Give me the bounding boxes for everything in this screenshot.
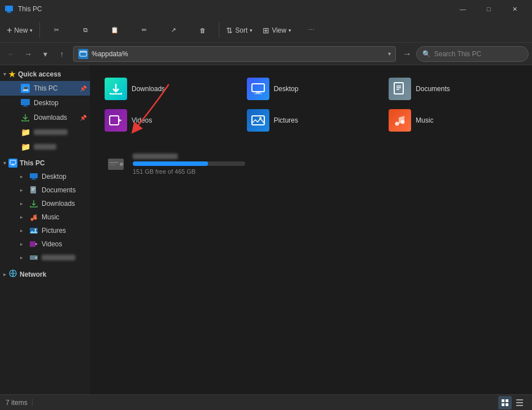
sort-dropdown-icon: ▾ xyxy=(250,28,253,33)
this-pc-section-icon xyxy=(8,159,17,168)
svg-rect-14 xyxy=(30,186,36,193)
svg-point-39 xyxy=(259,117,262,119)
sort-label: Sort xyxy=(235,26,247,34)
svg-marker-37 xyxy=(119,119,122,122)
svg-rect-5 xyxy=(21,99,30,105)
svg-rect-2 xyxy=(6,12,12,13)
svg-rect-8 xyxy=(10,160,16,164)
this-pc-section-header[interactable]: ▾ This PC xyxy=(0,156,90,170)
network-header[interactable]: ▸ Network xyxy=(0,267,90,282)
address-icon xyxy=(78,49,88,59)
quick-access-section: ▾ ★ Quick access 💻 This PC 📌 xyxy=(0,67,90,154)
content-area: Downloads Desktop xyxy=(90,65,532,394)
docs-label: Documents xyxy=(42,186,76,194)
sidebar-item-videos[interactable]: ▸ Videos xyxy=(0,237,90,251)
sidebar-item-music[interactable]: ▸ Music xyxy=(0,210,90,224)
folder-item-music[interactable]: Music xyxy=(383,106,523,135)
maximize-button[interactable]: □ xyxy=(476,0,502,18)
view-button[interactable]: ⊞ View ▾ xyxy=(258,20,296,40)
pics-label: Pictures xyxy=(42,227,66,235)
folder-item-videos[interactable]: Videos xyxy=(99,106,239,135)
sidebar-item-this-pc[interactable]: 💻 This PC 📌 xyxy=(0,81,90,96)
paste-icon: 📋 xyxy=(111,26,119,34)
forward-button[interactable]: → xyxy=(20,46,36,62)
folders-section: Downloads Desktop xyxy=(99,74,523,135)
share-button[interactable]: ↗ xyxy=(159,20,187,40)
grid-view-button[interactable] xyxy=(498,396,512,409)
view-icon: ⊞ xyxy=(263,26,269,35)
address-text: %appdata% xyxy=(92,50,388,58)
rename-button[interactable]: ✏ xyxy=(130,20,158,40)
svg-rect-17 xyxy=(31,190,34,191)
desktop-sub-label: Desktop xyxy=(42,173,66,181)
address-go-button[interactable]: → xyxy=(399,46,415,62)
sidebar-item-documents[interactable]: ▸ Documents xyxy=(0,183,90,197)
close-button[interactable]: ✕ xyxy=(502,0,528,18)
drive-c-name-blurred xyxy=(133,154,178,159)
sidebar-item-downloads-quick[interactable]: Downloads 📌 xyxy=(0,110,90,125)
svg-rect-30 xyxy=(256,92,260,93)
svg-rect-13 xyxy=(31,179,37,180)
svg-point-18 xyxy=(31,218,34,221)
cut-button[interactable]: ✂ xyxy=(42,20,70,40)
music-folder-name: Music xyxy=(416,116,433,124)
sidebar: ▾ ★ Quick access 💻 This PC 📌 xyxy=(0,65,90,394)
drive-c-bar-fill xyxy=(133,161,208,166)
new-dropdown-icon: ▾ xyxy=(30,28,33,33)
sidebar-item-desktop-quick[interactable]: Desktop xyxy=(0,96,90,110)
sidebar-item-blurred-1[interactable]: 📁 xyxy=(0,125,90,139)
svg-rect-9 xyxy=(12,164,14,165)
status-view-controls xyxy=(498,396,526,409)
blurred-2-text xyxy=(34,144,56,150)
blurred-1-icon: 📁 xyxy=(20,127,30,137)
delete-button[interactable]: 🗑 xyxy=(188,20,217,40)
folder-item-pictures[interactable]: Pictures xyxy=(241,106,381,135)
desktop-icon xyxy=(20,98,30,108)
pictures-folder-icon xyxy=(247,109,269,132)
copy-button[interactable]: ⧉ xyxy=(71,20,100,40)
delete-icon: 🗑 xyxy=(200,27,206,34)
svg-rect-12 xyxy=(32,178,35,179)
sort-button[interactable]: ⇅ Sort ▾ xyxy=(222,20,257,40)
search-placeholder: Search This PC xyxy=(434,50,481,58)
app-icon xyxy=(4,4,13,13)
address-dropdown-icon[interactable]: ▾ xyxy=(388,51,391,57)
this-pc-section-label: This PC xyxy=(20,159,45,167)
status-separator xyxy=(32,399,33,407)
paste-button[interactable]: 📋 xyxy=(101,20,129,40)
folder-item-desktop[interactable]: Desktop xyxy=(241,74,381,103)
svg-rect-36 xyxy=(110,116,119,125)
sidebar-item-pictures[interactable]: ▸ Pictures xyxy=(0,224,90,237)
svg-rect-51 xyxy=(516,399,523,400)
vids-expand: ▸ xyxy=(20,241,26,247)
list-view-button[interactable] xyxy=(513,396,526,409)
music-expand: ▸ xyxy=(20,214,26,220)
drive-item-c[interactable]: 151 GB free of 465 GB xyxy=(99,148,523,180)
sidebar-item-drive-blurred[interactable]: ▸ xyxy=(0,251,90,264)
sidebar-item-desktop[interactable]: ▸ Desktop xyxy=(0,170,90,183)
quick-access-star-icon: ★ xyxy=(8,70,16,79)
pics-expand: ▸ xyxy=(20,228,26,233)
drive-c-space: 151 GB free of 465 GB xyxy=(133,168,196,175)
view-label: View xyxy=(272,26,286,34)
address-bar[interactable]: %appdata% ▾ xyxy=(73,46,396,62)
folder-item-downloads[interactable]: Downloads xyxy=(99,74,239,103)
search-bar[interactable]: 🔍 Search This PC xyxy=(416,46,529,62)
up-button[interactable]: ↑ xyxy=(54,46,70,62)
network-icon xyxy=(8,269,17,280)
drive-c-info: 151 GB free of 465 GB xyxy=(133,154,517,175)
drive-blurred-label xyxy=(42,255,75,260)
sort-icon: ⇅ xyxy=(226,26,233,35)
recent-button[interactable]: ▾ xyxy=(37,46,53,62)
title-bar: This PC — □ ✕ xyxy=(0,0,532,18)
quick-access-header[interactable]: ▾ ★ Quick access xyxy=(0,67,90,81)
new-button[interactable]: + New ▾ xyxy=(2,20,37,40)
videos-folder-name: Videos xyxy=(132,116,152,124)
back-button[interactable]: ← xyxy=(3,46,19,62)
folder-item-documents[interactable]: Documents xyxy=(383,74,523,103)
music-icon xyxy=(29,213,38,222)
sidebar-item-downloads[interactable]: ▸ Downloads xyxy=(0,197,90,210)
more-button[interactable]: ⋯ xyxy=(297,20,325,40)
minimize-button[interactable]: — xyxy=(450,0,476,18)
sidebar-item-blurred-2[interactable]: 📁 xyxy=(0,139,90,154)
